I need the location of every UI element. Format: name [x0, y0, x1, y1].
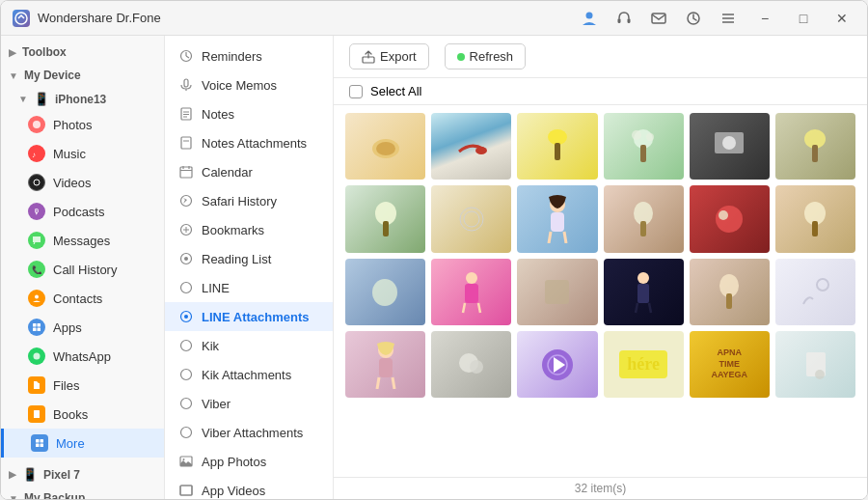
refresh-button[interactable]: Refresh — [445, 43, 527, 69]
books-label: Books — [53, 407, 88, 422]
notes-attachments-icon — [178, 135, 194, 151]
photo-cell[interactable] — [775, 331, 855, 398]
middle-item-line[interactable]: LINE — [165, 273, 333, 302]
sidebar-item-contacts[interactable]: Contacts — [1, 284, 164, 313]
photo-cell[interactable] — [517, 259, 597, 325]
photo-cell[interactable] — [431, 113, 511, 180]
sidebar-item-toolbox[interactable]: ▶ Toolbox — [1, 40, 164, 63]
svg-rect-54 — [180, 486, 192, 495]
middle-item-notes-attachments[interactable]: Notes Attachments — [165, 128, 333, 157]
middle-item-voice-memos[interactable]: Voice Memos — [165, 70, 333, 99]
maximize-button[interactable]: □ — [790, 5, 817, 32]
photo-cell[interactable] — [517, 331, 597, 398]
middle-item-bookmarks[interactable]: Bookmarks — [165, 215, 333, 244]
photo-cell[interactable]: APNATIMEAAYEGA — [690, 331, 770, 398]
sidebar-item-whatsapp[interactable]: WhatsApp — [1, 342, 164, 371]
svg-rect-81 — [640, 221, 646, 236]
photo-cell[interactable] — [775, 259, 855, 325]
svg-point-83 — [719, 210, 728, 220]
sidebar-my-backup-section[interactable]: ▼ My Backup — [1, 486, 164, 499]
svg-point-77 — [464, 211, 479, 227]
sidebar-pixel7-section[interactable]: ▶ 📱 Pixel 7 — [1, 461, 164, 486]
svg-point-47 — [184, 315, 188, 319]
app-title: Wondershare Dr.Fone — [38, 11, 161, 25]
middle-item-reading-list[interactable]: Reading List — [165, 244, 333, 273]
sidebar-item-more[interactable]: More — [1, 429, 164, 458]
files-label: Files — [53, 378, 79, 393]
notes-label: Notes — [202, 107, 234, 122]
pixel7-icon: 📱 — [22, 467, 38, 482]
middle-item-viber[interactable]: Viber — [165, 389, 333, 418]
kik-attachments-icon — [178, 367, 194, 382]
photo-cell[interactable] — [431, 259, 511, 325]
minimize-button[interactable]: − — [751, 5, 778, 32]
sidebar-iphone13-section[interactable]: ▼ 📱 iPhone13 — [1, 86, 164, 110]
photo-cell[interactable] — [775, 185, 855, 252]
photo-cell[interactable] — [431, 185, 511, 252]
photo-cell[interactable] — [690, 113, 770, 180]
sidebar-item-messages[interactable]: Messages — [1, 226, 164, 255]
select-all-label: Select All — [370, 84, 421, 98]
middle-item-calendar[interactable]: Calendar — [165, 157, 333, 186]
photo-cell[interactable] — [517, 113, 597, 180]
photo-cell[interactable] — [345, 113, 425, 180]
sidebar-item-photos[interactable]: Photos — [1, 110, 164, 139]
svg-rect-2 — [618, 18, 621, 23]
middle-item-kik[interactable]: Kik — [165, 331, 333, 360]
calendar-icon — [178, 164, 194, 180]
sidebar-item-books[interactable]: Books — [1, 400, 164, 429]
sidebar-item-music[interactable]: ♪ Music — [1, 139, 164, 168]
middle-item-notes[interactable]: Notes — [165, 99, 333, 128]
history-icon[interactable] — [682, 7, 705, 30]
middle-item-app-photos[interactable]: App Photos — [165, 447, 333, 476]
close-button[interactable]: ✕ — [828, 5, 855, 32]
calendar-label: Calendar — [202, 165, 253, 180]
photo-cell[interactable] — [604, 259, 684, 325]
photo-cell[interactable] — [345, 259, 425, 325]
middle-item-viber-attachments[interactable]: Viber Attachments — [165, 418, 333, 447]
grid-row-4: hére APNATIMEAAYEGA — [345, 331, 855, 398]
app-photos-label: App Photos — [202, 455, 266, 469]
svg-rect-16 — [33, 328, 37, 332]
sidebar-item-apps[interactable]: Apps — [1, 313, 164, 342]
sidebar-item-my-device[interactable]: ▼ My Device — [1, 63, 164, 86]
line-attachments-icon — [178, 309, 194, 324]
photo-cell[interactable] — [690, 259, 770, 325]
iphone13-label: iPhone13 — [55, 93, 106, 106]
photo-cell[interactable] — [345, 331, 425, 398]
svg-rect-14 — [33, 323, 37, 327]
sidebar-item-files[interactable]: Files — [1, 371, 164, 400]
videos-label: Videos — [53, 176, 92, 190]
headset-icon[interactable] — [612, 7, 636, 30]
middle-item-app-videos[interactable]: App Videos — [165, 476, 333, 499]
photo-cell[interactable] — [345, 185, 425, 252]
select-all-checkbox[interactable] — [349, 85, 363, 98]
middle-item-reminders[interactable]: Reminders — [165, 42, 333, 70]
profile-icon[interactable] — [578, 7, 601, 30]
svg-rect-19 — [34, 410, 40, 418]
photo-cell[interactable] — [431, 331, 511, 398]
mail-icon[interactable] — [647, 7, 670, 30]
line-icon — [178, 280, 194, 295]
photo-cell[interactable] — [517, 185, 597, 252]
photo-cell[interactable] — [604, 113, 684, 180]
safari-history-icon — [178, 193, 194, 208]
middle-item-kik-attachments[interactable]: Kik Attachments — [165, 360, 333, 389]
photo-cell[interactable] — [604, 185, 684, 252]
svg-rect-27 — [184, 79, 188, 87]
app-logo — [13, 10, 30, 27]
sidebar-item-call-history[interactable]: 📞 Call History — [1, 255, 164, 284]
sidebar-item-videos[interactable]: Videos — [1, 168, 164, 197]
middle-item-line-attachments[interactable]: LINE Attachments — [165, 302, 333, 331]
middle-item-safari-history[interactable]: Safari History — [165, 186, 333, 215]
photo-cell[interactable]: hére — [604, 331, 684, 398]
contacts-icon — [28, 290, 45, 307]
middle-panel: Reminders Voice Memos Notes Notes Attach… — [165, 36, 334, 499]
photo-cell[interactable] — [775, 113, 855, 180]
iphone13-arrow: ▼ — [18, 94, 28, 104]
menu-icon[interactable] — [717, 7, 740, 30]
photo-cell[interactable] — [690, 185, 770, 252]
export-button[interactable]: Export — [349, 43, 429, 69]
sidebar-item-podcasts[interactable]: 🎙 Podcasts — [1, 197, 164, 226]
svg-rect-20 — [36, 439, 40, 443]
